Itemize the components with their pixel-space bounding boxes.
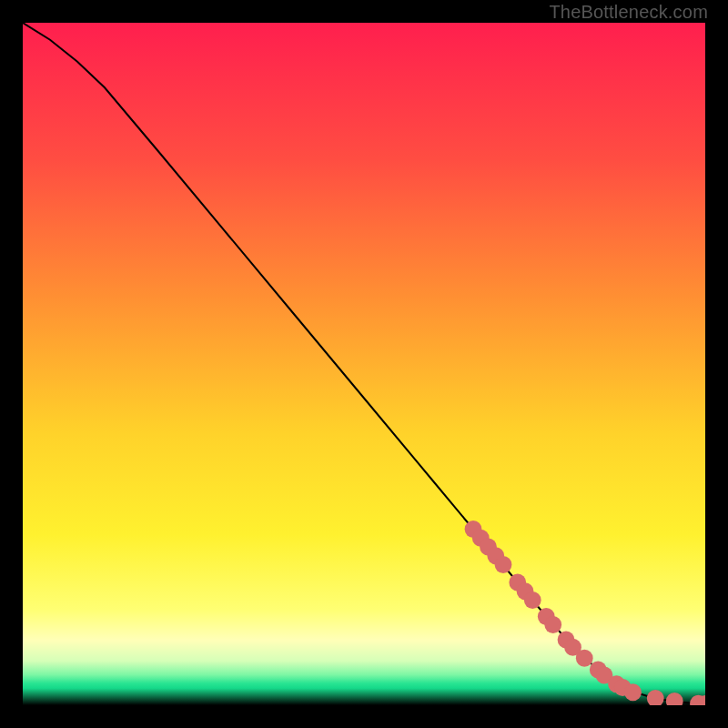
chart-frame: TheBottleneck.com [0, 0, 728, 728]
data-marker [524, 592, 541, 609]
data-marker [624, 683, 642, 701]
data-marker [576, 650, 593, 667]
chart-canvas [23, 23, 705, 705]
chart-plot-area [23, 23, 705, 705]
watermark-text: TheBottleneck.com [549, 2, 708, 23]
data-marker [495, 556, 512, 573]
data-marker [544, 616, 561, 633]
gradient-background [23, 23, 705, 705]
